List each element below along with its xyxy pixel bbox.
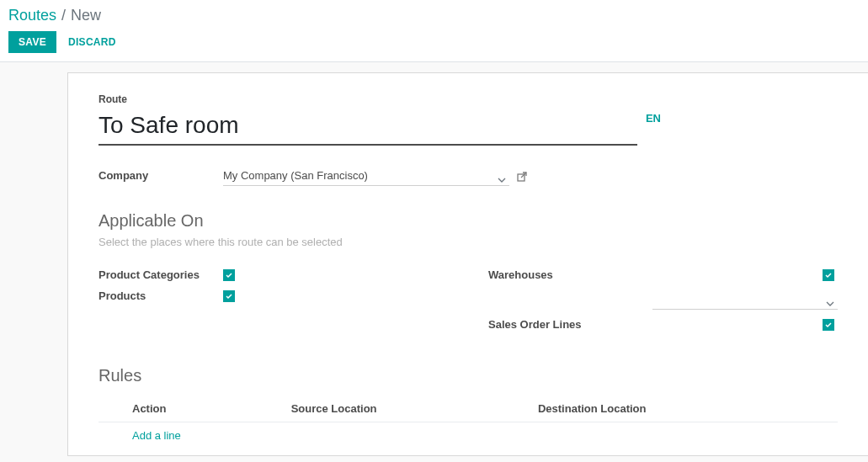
rules-col-action: Action — [99, 396, 286, 422]
breadcrumb-sep: / — [61, 7, 66, 24]
applicable-col-right: Warehouses Sales Order Lines — [488, 268, 838, 339]
applicable-columns: Product Categories Products Warehouses — [99, 268, 838, 339]
rules-col-dest: Destination Location — [533, 396, 838, 422]
rules-table: Action Source Location Destination Locat… — [99, 396, 838, 449]
language-button[interactable]: EN — [646, 112, 661, 125]
warehouses-row: Warehouses — [488, 268, 838, 281]
add-line-button[interactable]: Add a line — [132, 429, 181, 442]
sales-order-lines-checkbox[interactable] — [823, 319, 834, 331]
products-row: Products — [99, 289, 448, 302]
product-categories-row: Product Categories — [99, 268, 448, 281]
route-name-input[interactable] — [99, 109, 637, 146]
save-button[interactable]: SAVE — [8, 31, 56, 53]
discard-button[interactable]: DISCARD — [68, 36, 116, 48]
sales-order-lines-label: Sales Order Lines — [488, 318, 707, 331]
route-label: Route — [99, 93, 838, 105]
applicable-subtitle: Select the places where this route can b… — [99, 236, 838, 248]
sheet-wrap: Route EN Company — [0, 72, 868, 456]
warehouses-checkbox[interactable] — [823, 269, 834, 281]
applicable-col-left: Product Categories Products — [99, 268, 448, 339]
breadcrumb-leaf: New — [71, 7, 101, 24]
breadcrumb: Routes / New — [8, 7, 855, 24]
rules-add-row: Add a line — [99, 422, 838, 449]
rules-section: Rules Action Source Location Destination… — [99, 366, 838, 449]
rules-col-source: Source Location — [286, 396, 533, 422]
company-select-wrap — [223, 166, 838, 186]
product-categories-checkbox[interactable] — [223, 269, 235, 281]
form-sheet: Route EN Company — [67, 72, 868, 456]
company-label: Company — [99, 166, 223, 182]
products-checkbox[interactable] — [223, 290, 235, 302]
company-select[interactable] — [223, 166, 509, 186]
warehouses-label: Warehouses — [488, 268, 707, 281]
topbar: Routes / New SAVE DISCARD — [0, 0, 868, 62]
warehouse-select[interactable] — [652, 289, 838, 310]
rules-title: Rules — [99, 366, 838, 385]
product-categories-label: Product Categories — [99, 268, 223, 281]
breadcrumb-root[interactable]: Routes — [8, 7, 56, 24]
external-link-icon[interactable] — [516, 169, 528, 183]
sales-order-lines-row: Sales Order Lines — [488, 318, 838, 331]
company-row: Company — [99, 166, 838, 186]
action-bar: SAVE DISCARD — [8, 31, 855, 61]
applicable-title: Applicable On — [99, 211, 838, 231]
warehouse-select-wrap — [652, 289, 838, 310]
route-title-section: Route EN — [99, 93, 838, 146]
products-label: Products — [99, 289, 223, 302]
